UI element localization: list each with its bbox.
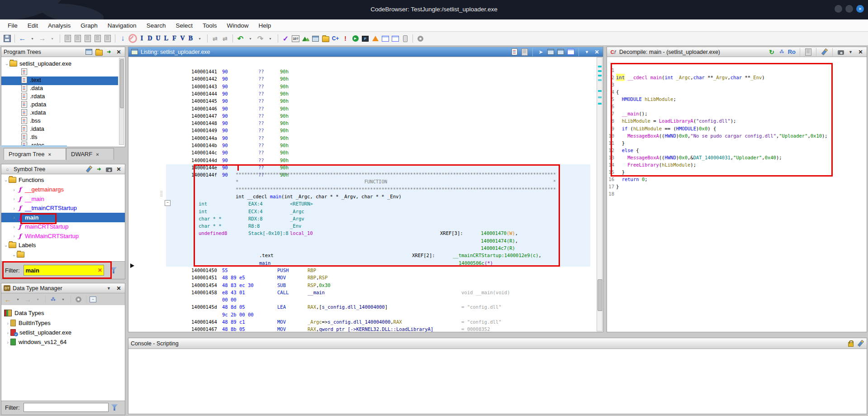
function-param-row[interactable]: char * *R8:8_Env: [128, 222, 597, 230]
tree-item-BuiltInTypes[interactable]: ›BuiltInTypes: [5, 319, 51, 327]
menu-file[interactable]: File: [3, 21, 23, 30]
chevron-down-icon[interactable]: ⌄: [11, 252, 17, 258]
decompile-line[interactable]: 13 MessageBoxA((HWND)0x0,&DAT_140004031,…: [607, 154, 867, 161]
letter-l-icon[interactable]: L: [163, 34, 170, 43]
menu-analysis[interactable]: Analysis: [43, 21, 76, 30]
table-1-icon[interactable]: [381, 34, 389, 43]
entry-row[interactable]: main14000506c(*): [128, 259, 597, 267]
listing-row-nop[interactable]: 14000144690??90h: [128, 105, 597, 112]
save-icon[interactable]: [3, 34, 11, 43]
device-icon[interactable]: [401, 34, 409, 43]
decompile-line[interactable]: 18: [607, 190, 867, 197]
forward-icon[interactable]: →: [38, 34, 47, 43]
association-icon[interactable]: ⁂: [49, 295, 57, 304]
window-close-button[interactable]: ✕: [856, 5, 864, 13]
settings-icon[interactable]: [416, 34, 425, 43]
tree-item-text[interactable]: .text: [21, 76, 41, 84]
listing-row-nop[interactable]: 14000144d90??90h: [128, 157, 597, 164]
letter-u-icon[interactable]: U: [155, 34, 161, 43]
listing-row-nop[interactable]: 14000144b90??90h: [128, 142, 597, 149]
chevron-right-icon[interactable]: ›: [11, 233, 17, 239]
listing-scrollbar[interactable]: [597, 57, 602, 331]
undo-caret-icon[interactable]: ▾: [246, 34, 255, 43]
tree-item-Headers[interactable]: Headers: [21, 67, 52, 76]
window-maximize-button[interactable]: [845, 5, 853, 13]
menu-caret-icon[interactable]: ▼: [105, 285, 113, 292]
listing-row-nop[interactable]: 14000144990??90h: [128, 127, 597, 134]
tree-item-rdata[interactable]: .rdata: [21, 92, 45, 100]
close-icon[interactable]: ✕: [115, 48, 123, 56]
listing-row-nop[interactable]: 14000144890??90h: [128, 120, 597, 127]
back-caret-icon[interactable]: ▾: [28, 34, 37, 43]
diff-icon[interactable]: [567, 48, 574, 56]
tab-dwarf-close-icon[interactable]: ×: [96, 152, 99, 157]
tree-item-idata[interactable]: .idata: [21, 124, 44, 133]
decompile-line[interactable]: 9 if (hLibModule == (HMODULE)0x0) {: [607, 125, 867, 132]
comment-function[interactable]: * FUNCTION *: [128, 178, 597, 185]
new-tree-icon[interactable]: [85, 48, 93, 56]
redo-icon[interactable]: ↷: [256, 34, 265, 43]
chevron-right-icon[interactable]: ›: [11, 196, 17, 201]
tree-item-__main[interactable]: ›ƒ__main: [11, 195, 44, 203]
back-icon[interactable]: ←: [18, 34, 27, 43]
function-param-row[interactable]: undefined8Stack[-0x10]:8local_10XREF[3]:…: [128, 230, 597, 237]
decompile-line[interactable]: 10 MessageBoxA((HWND)0x0,"No se pudo car…: [607, 132, 867, 139]
filter-options-icon[interactable]: [110, 267, 117, 273]
go-next-icon[interactable]: ↓: [119, 34, 127, 43]
letter-d-icon[interactable]: D: [147, 34, 153, 43]
xref-row[interactable]: 1400014c7(R): [128, 244, 597, 252]
lock-icon[interactable]: [847, 340, 854, 347]
comment-border[interactable]: ****************************************…: [128, 171, 597, 178]
listing-row-nop[interactable]: 14000144390??90h: [128, 83, 597, 90]
instruction-row[interactable]: 14000145448 83 ec 30SUBRSP,0x30: [128, 282, 597, 289]
tree-item-mainCRTStartup[interactable]: ›ƒmainCRTStartup: [11, 222, 69, 231]
clear-flow-icon[interactable]: [128, 34, 137, 43]
listing-row-nop[interactable]: 14000144490??90h: [128, 90, 597, 97]
window-minimize-button[interactable]: [835, 5, 842, 13]
paste-icon[interactable]: [521, 48, 528, 56]
tree-item-pdata[interactable]: .pdata: [21, 100, 46, 109]
menu-window[interactable]: Window: [222, 21, 253, 30]
menu-caret-icon[interactable]: ▼: [847, 48, 854, 56]
data-type-filter-input[interactable]: [24, 403, 109, 412]
tab-program-tree-close-icon[interactable]: ×: [48, 152, 51, 157]
copy-icon[interactable]: [804, 48, 812, 56]
instruction-row[interactable]: 00 00: [128, 296, 597, 303]
tree-item-setlist_uploaderexe[interactable]: ›✔setlist_uploader.exe: [5, 328, 71, 337]
paste-1-icon[interactable]: [63, 34, 72, 43]
listing-row-nop[interactable]: 14000144290??90h: [128, 75, 597, 82]
tree-item-functions[interactable]: ⌄Functions: [3, 176, 44, 184]
function-param-row[interactable]: intEAX:4<RETURN>: [128, 200, 597, 207]
decompile-line[interactable]: 15 }: [607, 168, 867, 176]
instruction-row[interactable]: 14000145055PUSHRBP: [128, 267, 597, 274]
screen-1-icon[interactable]: [547, 48, 555, 56]
decompiler-body[interactable]: 12int __cdecl main(int _Argc,char **_Arg…: [607, 57, 867, 332]
import-icon[interactable]: ➜: [95, 166, 103, 173]
listing-row-nop[interactable]: 14000144e90??90h: [128, 164, 597, 171]
paste-2-icon[interactable]: [73, 34, 82, 43]
tree-item-xdata[interactable]: .xdata: [21, 108, 46, 117]
section-row[interactable]: .textXREF[2]:__tmainCRTStartup:1400012e9…: [128, 252, 597, 259]
listing-row-nop[interactable]: 14000144c90??90h: [128, 149, 597, 156]
listing-row-nop[interactable]: 14000144a90??90h: [128, 134, 597, 142]
validate-icon[interactable]: ✓: [281, 34, 290, 43]
tree-item-data[interactable]: .data: [21, 84, 43, 92]
tree-item-windows_vs12_64[interactable]: ›windows_vs12_64: [5, 338, 66, 346]
chevron-down-icon[interactable]: ⌄: [3, 242, 9, 248]
xref-row[interactable]: 140001474(R),: [128, 237, 597, 244]
menu-edit[interactable]: Edit: [23, 21, 43, 30]
decompile-line[interactable]: 8 hLibModule = LoadLibraryA("config.dll"…: [607, 117, 867, 124]
menu-search[interactable]: Search: [142, 21, 171, 30]
tree-item-data-types[interactable]: Data Types: [4, 309, 44, 317]
archive-icon[interactable]: [321, 34, 330, 43]
forward-caret-icon[interactable]: ▾: [33, 295, 42, 304]
decompile-line[interactable]: 4{: [607, 88, 867, 96]
bookmark-icon[interactable]: [371, 34, 379, 43]
pointer-icon[interactable]: ➤: [537, 48, 545, 56]
instruction-row[interactable]: 14000146448 89 c1MOV_Argc=>s_config.dll_…: [128, 318, 597, 325]
tree-item-WinMainCRTStartup[interactable]: ›ƒWinMainCRTStartup: [11, 232, 79, 240]
forward-caret-icon[interactable]: ▾: [48, 34, 57, 43]
chevron-right-icon[interactable]: ›: [11, 215, 17, 220]
listing-row-nop[interactable]: 14000144790??90h: [128, 112, 597, 120]
filter-clear-icon[interactable]: ✕: [98, 267, 102, 273]
